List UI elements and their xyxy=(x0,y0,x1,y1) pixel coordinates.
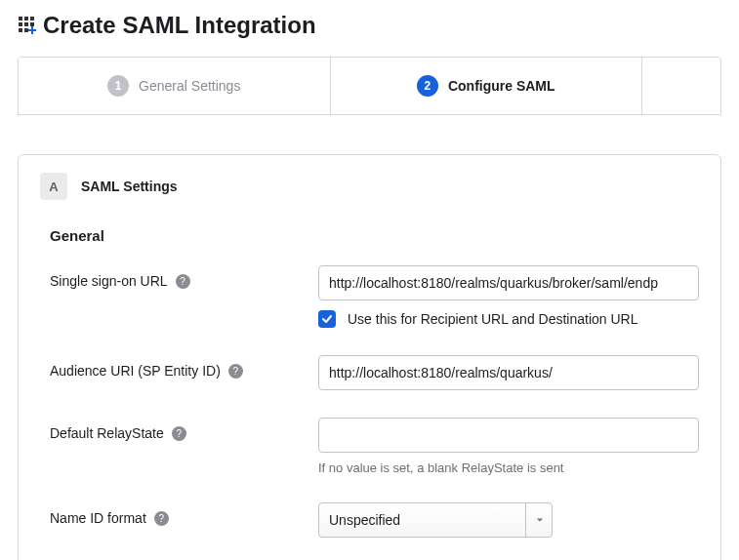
svg-rect-2 xyxy=(30,17,34,20)
svg-rect-5 xyxy=(30,22,34,26)
panel-letter-badge: A xyxy=(40,173,67,200)
svg-rect-7 xyxy=(24,28,28,32)
svg-rect-3 xyxy=(19,22,22,26)
svg-rect-6 xyxy=(19,28,22,32)
svg-rect-0 xyxy=(19,17,22,20)
relay-state-input[interactable] xyxy=(318,418,699,453)
step-label-1: General Settings xyxy=(139,78,240,94)
help-icon[interactable]: ? xyxy=(176,274,190,289)
step-label-2: Configure SAML xyxy=(448,78,555,94)
wizard-step-configure-saml[interactable]: 2 Configure SAML xyxy=(331,58,643,114)
help-icon[interactable]: ? xyxy=(172,426,186,441)
sso-url-input[interactable] xyxy=(318,265,699,300)
relay-state-hint: If no value is set, a blank RelayState i… xyxy=(318,460,699,475)
svg-rect-1 xyxy=(24,17,28,20)
page-title: Create SAML Integration xyxy=(43,12,316,39)
svg-rect-4 xyxy=(24,22,28,26)
section-heading-general: General xyxy=(50,227,699,244)
sso-url-label: Single sign-on URL xyxy=(50,273,168,289)
saml-settings-panel: A SAML Settings General Single sign-on U… xyxy=(18,154,721,560)
audience-uri-label: Audience URI (SP Entity ID) xyxy=(50,363,221,379)
use-for-recipient-label: Use this for Recipient URL and Destinati… xyxy=(348,311,638,327)
wizard-step-next[interactable] xyxy=(642,58,720,114)
relay-state-label: Default RelayState xyxy=(50,425,164,441)
name-id-format-label: Name ID format xyxy=(50,510,146,526)
wizard-step-general[interactable]: 1 General Settings xyxy=(19,58,331,114)
step-number-2: 2 xyxy=(417,75,438,97)
use-for-recipient-checkbox[interactable] xyxy=(318,310,336,328)
step-number-1: 1 xyxy=(107,75,129,97)
panel-title: SAML Settings xyxy=(81,179,178,194)
name-id-format-value: Unspecified xyxy=(329,512,400,528)
help-icon[interactable]: ? xyxy=(154,511,169,526)
audience-uri-input[interactable] xyxy=(318,355,699,390)
wizard-steps: 1 General Settings 2 Configure SAML xyxy=(18,57,721,115)
app-grid-icon[interactable] xyxy=(18,16,37,35)
help-icon[interactable]: ? xyxy=(228,364,243,379)
name-id-format-select[interactable]: Unspecified xyxy=(318,502,553,538)
